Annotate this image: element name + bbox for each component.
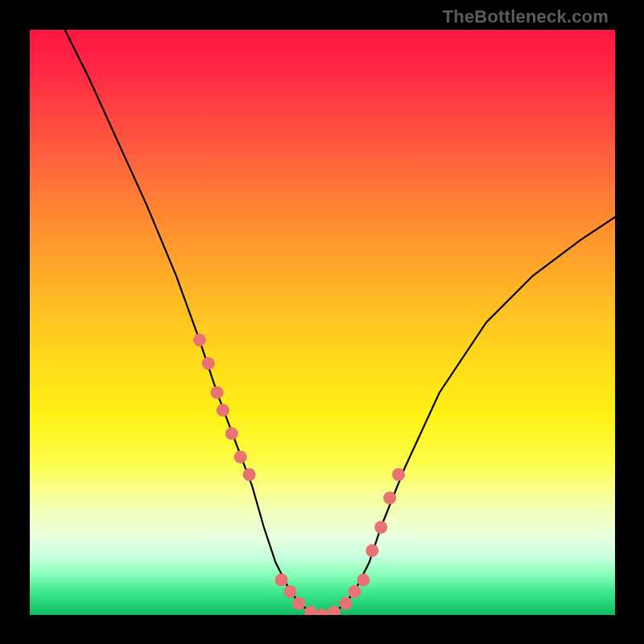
scatter-dot — [316, 609, 329, 615]
scatter-dot — [243, 469, 256, 481]
scatter-points — [193, 333, 405, 615]
bottleneck-curve — [65, 30, 615, 615]
scatter-dot — [349, 585, 361, 598]
chart-svg — [30, 30, 615, 615]
plot-area — [30, 30, 615, 615]
scatter-dot — [328, 605, 341, 615]
scatter-dot — [365, 544, 378, 557]
scatter-dot — [202, 357, 215, 369]
scatter-dot — [234, 451, 247, 464]
scatter-dot — [217, 404, 229, 417]
scatter-dot — [392, 469, 405, 481]
watermark-text: TheBottleneck.com — [443, 6, 609, 27]
scatter-dot — [304, 605, 317, 615]
scatter-dot — [211, 386, 224, 399]
scatter-dot — [225, 427, 238, 440]
scatter-dot — [340, 597, 353, 610]
scatter-dot — [383, 492, 396, 505]
scatter-dot — [193, 333, 206, 346]
chart-frame: TheBottleneck.com — [0, 0, 644, 644]
scatter-dot — [374, 521, 387, 534]
scatter-dot — [275, 573, 288, 586]
scatter-dot — [292, 597, 305, 610]
scatter-dot — [284, 585, 297, 598]
scatter-dot — [357, 573, 369, 586]
